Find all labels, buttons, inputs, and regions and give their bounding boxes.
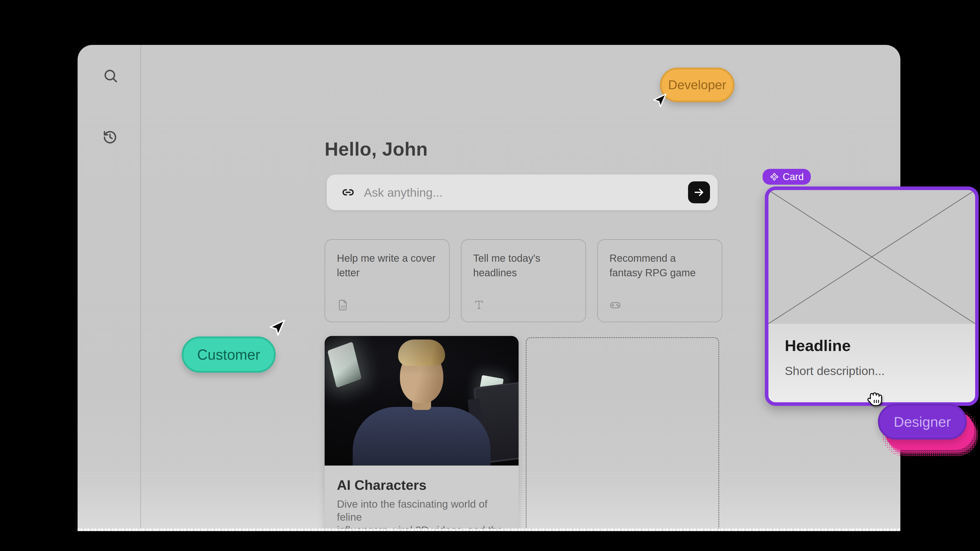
- text-tool-icon: [473, 299, 485, 311]
- suggestion-card-cover-letter[interactable]: Help me write a cover letter: [325, 239, 450, 322]
- drop-placeholder[interactable]: [526, 337, 719, 531]
- component-badge-label: Card: [783, 171, 803, 183]
- ask-input-placeholder: Ask anything...: [364, 186, 688, 200]
- send-button[interactable]: [688, 181, 710, 203]
- gamepad-icon: [609, 299, 621, 311]
- customer-cursor-icon: [267, 318, 286, 337]
- component-headline: Headline: [785, 337, 975, 354]
- card-title: AI Characters: [337, 477, 506, 493]
- designer-grab-cursor-icon: [865, 389, 885, 410]
- suggestion-label: Help me write a cover letter: [337, 252, 436, 278]
- photo-shade: [325, 336, 519, 465]
- designer-label: Designer: [894, 413, 951, 430]
- suggestion-row: Help me write a cover letter Tell me tod…: [325, 239, 722, 322]
- ai-characters-photo: [325, 336, 519, 465]
- developer-cursor-icon: [651, 92, 668, 109]
- page-title: Hello, John: [325, 138, 428, 160]
- suggestion-card-headlines[interactable]: Tell me today's headlines: [461, 239, 586, 322]
- ask-input[interactable]: Ask anything...: [327, 175, 718, 210]
- collab-cursor-label-developer: Developer: [660, 68, 735, 102]
- search-icon[interactable]: [103, 68, 118, 84]
- suggestion-label: Recommend a fantasy RPG game: [609, 252, 696, 278]
- collab-cursor-label-customer: Customer: [182, 337, 275, 373]
- suggestion-card-rpg-game[interactable]: Recommend a fantasy RPG game: [597, 239, 722, 322]
- component-icon: [770, 172, 779, 181]
- image-placeholder: [768, 190, 975, 324]
- suggestion-label: Tell me today's headlines: [473, 252, 540, 278]
- developer-label: Developer: [668, 78, 726, 92]
- customer-label: Customer: [197, 346, 260, 363]
- arrow-right-icon: [692, 186, 706, 199]
- link-icon: [342, 186, 355, 199]
- component-card[interactable]: Headline Short description...: [765, 186, 979, 406]
- sidebar-divider: [140, 45, 141, 531]
- history-icon[interactable]: [102, 129, 118, 145]
- content-card-ai-characters[interactable]: AI Characters Dive into the fascinating …: [325, 336, 519, 531]
- component-description: Short description...: [785, 364, 975, 378]
- card-description: Dive into the fascinating world of felin…: [337, 498, 506, 531]
- file-icon: [337, 299, 348, 311]
- component-badge: Card: [762, 169, 811, 185]
- collab-cursor-label-designer: Designer: [878, 404, 967, 440]
